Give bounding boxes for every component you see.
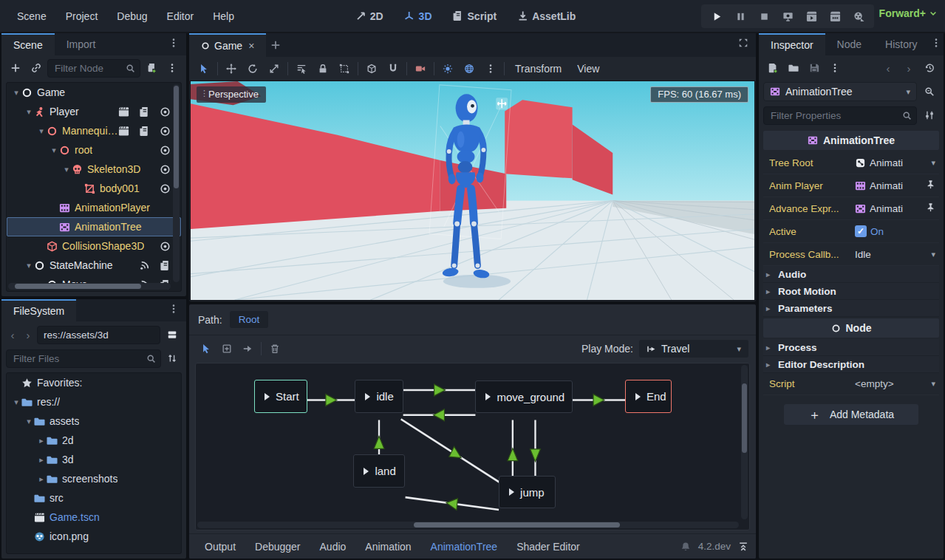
path-root-button[interactable]: Root — [230, 311, 269, 328]
bottom-tab-animationtree[interactable]: AnimationTree — [423, 538, 506, 556]
menu-transform[interactable]: Transform — [508, 60, 569, 78]
scene-tree-item-root[interactable]: ▾root — [7, 140, 181, 160]
lock-node-button[interactable] — [313, 59, 333, 78]
load-resource-button[interactable] — [784, 58, 803, 78]
transition-arrow[interactable] — [374, 436, 384, 448]
snap-mode-button[interactable] — [361, 59, 382, 78]
transition-arrow[interactable] — [593, 395, 604, 406]
renderer-dropdown[interactable]: Forward+ — [879, 7, 938, 19]
state-node-start[interactable]: Start — [254, 380, 307, 413]
filesystem-item-assets[interactable]: ▾assets — [7, 412, 181, 431]
filesystem-item-game-tscn[interactable]: Game.tscn — [7, 508, 181, 527]
scene-tree-hscrollbar[interactable] — [8, 283, 171, 290]
eye-badge-icon[interactable] — [160, 145, 171, 156]
scene-tree-item-skeleton3d[interactable]: ▾Skeleton3D — [7, 160, 181, 179]
resource-selector[interactable]: AnimationTree ▾ — [763, 82, 917, 101]
scene-tree-item-game[interactable]: ▾Game — [7, 83, 181, 102]
nav-back-button[interactable]: ‹ — [6, 329, 19, 341]
script-badge-icon[interactable] — [160, 260, 171, 271]
chevron-down-icon[interactable]: ▾ — [61, 165, 72, 174]
select-mode-button[interactable] — [197, 339, 216, 358]
current-path[interactable]: res://assets/3d — [37, 326, 160, 344]
property-value[interactable]: Animati — [855, 180, 938, 191]
group-parameters[interactable]: ▸Parameters — [763, 300, 939, 317]
eye-badge-icon[interactable] — [160, 106, 171, 117]
state-node-idle[interactable]: idle — [355, 380, 403, 413]
chevron-down-icon[interactable]: ▾ — [931, 250, 938, 259]
state-node-land[interactable]: land — [353, 454, 405, 488]
property-value[interactable]: ✓On — [855, 225, 938, 237]
group-root-motion[interactable]: ▸Root Motion — [763, 283, 939, 300]
connect-nodes-button[interactable] — [238, 339, 257, 358]
script-badge-icon[interactable] — [139, 126, 150, 137]
play-custom-scene-button[interactable] — [824, 6, 846, 27]
bottom-tab-shader-editor[interactable]: Shader Editor — [508, 538, 588, 556]
menu-debug[interactable]: Debug — [109, 7, 155, 26]
state-node-end[interactable]: End — [625, 380, 672, 413]
history-back-button[interactable]: ‹ — [879, 58, 898, 78]
state-node-move-ground[interactable]: move_ground — [475, 380, 573, 413]
filter-properties-input[interactable] — [763, 106, 917, 125]
filesystem-item-2d[interactable]: ▸2d — [7, 431, 181, 450]
expand-viewport-button[interactable] — [737, 33, 756, 52]
chevron-down-icon[interactable]: ▾ — [11, 88, 21, 98]
attach-script-button[interactable] — [142, 58, 161, 78]
property-value[interactable]: Animati — [855, 202, 938, 214]
pause-button[interactable] — [729, 6, 751, 27]
scene-tree-item-mannequiny[interactable]: ▾Mannequiny — [7, 121, 181, 140]
eye-badge-icon[interactable] — [160, 241, 171, 252]
graph-hscrollbar[interactable] — [197, 522, 739, 528]
new-resource-button[interactable] — [763, 58, 782, 78]
group-editor-description[interactable]: ▸Editor Description — [763, 356, 939, 373]
menu-scene[interactable]: Scene — [9, 7, 55, 26]
chevron-down-icon[interactable]: ▾ — [24, 261, 34, 270]
chevron-right-icon[interactable]: ▸ — [36, 455, 47, 465]
filesystem-item-icon-png[interactable]: icon.png — [7, 527, 181, 546]
object-history-button[interactable] — [920, 58, 939, 78]
group-audio[interactable]: ▸Audio — [763, 266, 939, 283]
preview-camera-button[interactable] — [410, 59, 431, 78]
workspace-tab-2d[interactable]: 2D — [349, 7, 390, 26]
property-value[interactable]: Idle▾ — [855, 249, 938, 260]
list-select-button[interactable] — [291, 59, 312, 78]
eye-badge-icon[interactable] — [160, 126, 171, 137]
transition-arrow[interactable] — [508, 448, 518, 461]
chevron-down-icon[interactable]: ▾ — [931, 158, 938, 168]
transition-arrow[interactable] — [531, 449, 541, 462]
workspace-tab-script[interactable]: Script — [446, 7, 504, 26]
3d-viewport[interactable]: Perspective FPS: 60 (16.67 ms) — [190, 81, 755, 301]
property-value[interactable]: Animati▾ — [855, 157, 938, 168]
create-node-button[interactable] — [217, 339, 236, 358]
chevron-right-icon[interactable]: ▸ — [36, 474, 47, 484]
eye-badge-icon[interactable] — [160, 164, 171, 175]
pin-icon[interactable] — [926, 202, 938, 214]
play-scene-button[interactable] — [800, 6, 822, 27]
property-tools-button[interactable] — [920, 106, 939, 125]
workspace-tab-assetlib[interactable]: AssetLib — [511, 7, 582, 26]
script-value[interactable]: <empty>▾ — [855, 378, 938, 389]
chevron-down-icon[interactable]: ▾ — [11, 397, 21, 407]
history-forward-button[interactable]: › — [899, 58, 918, 78]
filesystem-item-res[interactable]: ▾res:// — [7, 392, 181, 412]
filesystem-item-src[interactable]: src — [7, 488, 181, 508]
chevron-down-icon[interactable]: ▾ — [24, 417, 34, 426]
eye-badge-icon[interactable] — [160, 183, 171, 194]
new-scene-tab-button[interactable] — [266, 35, 285, 55]
preview-sun-button[interactable] — [437, 59, 458, 78]
expand-bottom-panel-icon[interactable] — [738, 542, 748, 552]
pin-icon[interactable] — [926, 180, 938, 191]
tab-menu-button[interactable] — [929, 33, 945, 52]
state-machine-graph[interactable]: Startidlemove_groundEndlandjump — [195, 363, 750, 530]
close-tab-icon[interactable]: × — [248, 40, 254, 52]
instance-scene-button[interactable] — [27, 58, 46, 78]
play-button[interactable] — [706, 6, 728, 27]
tab-scene[interactable]: Scene — [1, 33, 55, 55]
scene-tree-item-animationplayer[interactable]: AnimationPlayer — [7, 198, 181, 217]
clapper-badge-icon[interactable] — [118, 106, 129, 117]
signal-badge-icon[interactable] — [139, 260, 150, 271]
scene-tree-item-statemachine[interactable]: ▾StateMachine — [7, 256, 181, 275]
split-mode-button[interactable] — [163, 325, 182, 344]
tab-filesystem[interactable]: FileSystem — [1, 299, 76, 321]
nav-forward-button[interactable]: › — [21, 329, 35, 341]
filesystem-item-favorites[interactable]: Favorites: — [7, 373, 181, 392]
